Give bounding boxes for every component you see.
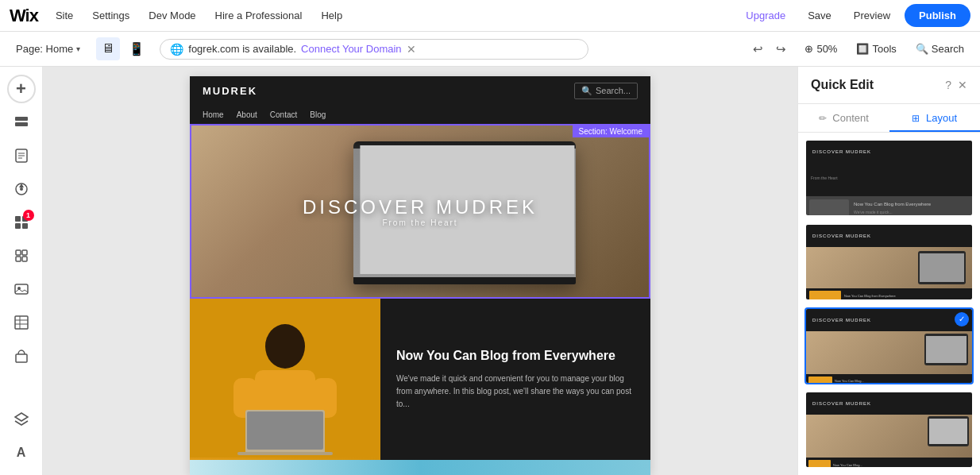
chevron-down-icon: ▾	[76, 44, 80, 53]
layout-icon: ⊞	[912, 113, 920, 124]
svg-rect-31	[237, 452, 333, 455]
nav-help[interactable]: Help	[313, 5, 350, 26]
tools-button[interactable]: 🔲 Tools	[850, 39, 902, 59]
zoom-control[interactable]: ⊕ 50%	[798, 39, 843, 59]
nav-dev-mode[interactable]: Dev Mode	[141, 5, 203, 26]
url-bar: 🌐 fogrek.com is available. Connect Your …	[160, 39, 588, 60]
page-selector[interactable]: Page: Home ▾	[10, 39, 87, 59]
svg-marker-23	[15, 413, 28, 421]
preview-nav-about[interactable]: About	[237, 110, 257, 119]
svg-rect-14	[16, 257, 21, 261]
tab-layout-label: Layout	[926, 112, 957, 124]
upgrade-button[interactable]: Upgrade	[738, 5, 793, 26]
svg-point-25	[265, 324, 305, 369]
svg-rect-1	[15, 122, 28, 126]
preview-nav-home[interactable]: Home	[203, 110, 224, 119]
sidebar-pages-icon[interactable]	[6, 141, 37, 170]
hero-title: DISCOVER MUDREK	[303, 196, 538, 218]
thumbnails-list: DISCOVER MUDREK From the Heart Now You C…	[798, 133, 980, 475]
left-sidebar: + 1	[0, 67, 43, 475]
panel-header: Quick Edit ? ✕	[798, 67, 980, 104]
redo-button[interactable]: ↪	[770, 38, 792, 60]
publish-button[interactable]: Publish	[905, 4, 970, 27]
zoom-icon: ⊕	[804, 43, 813, 55]
connect-domain-link[interactable]: Connect Your Domain	[301, 43, 401, 55]
bottom-strip	[190, 460, 650, 475]
nav-settings[interactable]: Settings	[84, 5, 137, 26]
undo-button[interactable]: ↩	[747, 38, 769, 60]
layout-thumbnail-3[interactable]: ✓ DISCOVER MUDREK Now You Can Blog...	[804, 307, 974, 385]
preview-nav-blog[interactable]: Blog	[310, 110, 326, 119]
device-icons: 🖥 📱	[96, 37, 150, 60]
panel-actions: ? ✕	[945, 79, 967, 91]
sidebar-add-icon[interactable]: +	[7, 75, 36, 103]
blog-content: Now You Can Blog from Everywhere We've m…	[380, 299, 650, 460]
section-label: Section: Welcome	[573, 126, 649, 137]
close-icon[interactable]: ✕	[958, 79, 967, 91]
preview-header: MUDREK 🔍 Search...	[190, 76, 650, 105]
sidebar-sections-icon[interactable]	[6, 108, 37, 137]
website-preview: MUDREK 🔍 Search... Home About Contact Bl…	[190, 76, 650, 475]
top-nav: Wix Site Settings Dev Mode Hire a Profes…	[0, 0, 980, 32]
panel-title: Quick Edit	[811, 78, 874, 92]
layout-thumbnail-2[interactable]: DISCOVER MUDREK Now You Can Blog from Ev…	[804, 223, 974, 301]
save-button[interactable]: Save	[800, 5, 839, 26]
svg-point-7	[20, 187, 23, 191]
tools-icon: 🔲	[856, 43, 869, 55]
preview-search-text: Search...	[596, 86, 631, 95]
svg-rect-8	[15, 216, 21, 222]
sidebar-layers-icon[interactable]	[6, 405, 37, 434]
svg-rect-18	[15, 316, 28, 329]
help-icon[interactable]: ?	[945, 79, 951, 91]
svg-rect-10	[15, 223, 21, 229]
blog-text: We've made it quick and convenient for y…	[396, 373, 635, 411]
preview-nav-contact[interactable]: Contact	[270, 110, 297, 119]
layout-thumbnail-1[interactable]: DISCOVER MUDREK From the Heart Now You C…	[804, 139, 974, 217]
svg-rect-13	[22, 250, 27, 255]
quick-edit-panel: Quick Edit ? ✕ ✏ Content ⊞ Layout	[797, 67, 980, 475]
search-icon: 🔍	[581, 86, 592, 96]
hero-overlay: DISCOVER MUDREK From the Heart	[191, 126, 649, 297]
sidebar-store-icon[interactable]	[6, 342, 37, 370]
desktop-view-button[interactable]: 🖥	[96, 37, 120, 60]
svg-rect-22	[16, 354, 27, 362]
sidebar-database-icon[interactable]	[6, 308, 37, 337]
blog-title: Now You Can Blog from Everywhere	[396, 348, 635, 365]
url-close-icon[interactable]: ✕	[407, 43, 416, 56]
selected-check-icon: ✓	[955, 312, 969, 326]
wix-logo: Wix	[10, 6, 38, 26]
tools-label: Tools	[872, 43, 896, 55]
svg-rect-11	[22, 223, 28, 229]
search-icon: 🔍	[916, 43, 928, 55]
second-toolbar: Page: Home ▾ 🖥 📱 🌐 fogrek.com is availab…	[0, 32, 980, 67]
hero-section: Section: Welcome DISCOVER MUDREK From th…	[190, 124, 650, 299]
nav-site[interactable]: Site	[48, 5, 81, 26]
sidebar-plugins-icon[interactable]	[6, 241, 37, 270]
tab-layout[interactable]: ⊞ Layout	[889, 104, 981, 132]
sidebar-apps-icon[interactable]: 1	[6, 208, 37, 237]
tab-content[interactable]: ✏ Content	[798, 104, 889, 132]
blog-section: Now You Can Blog from Everywhere We've m…	[190, 299, 650, 460]
preview-button[interactable]: Preview	[846, 5, 898, 26]
search-button[interactable]: 🔍 Search	[909, 39, 970, 59]
svg-rect-30	[247, 411, 323, 450]
svg-rect-0	[15, 117, 28, 121]
hero-subtitle: From the Heart	[382, 218, 457, 227]
panel-tabs: ✏ Content ⊞ Layout	[798, 104, 980, 133]
main-area: + 1	[0, 67, 980, 475]
tab-content-label: Content	[832, 112, 869, 124]
zoom-level: 50%	[816, 43, 837, 55]
layout-thumbnail-4[interactable]: DISCOVER MUDREK Now You Can Blog...	[804, 391, 974, 469]
preview-logo: MUDREK	[203, 85, 257, 97]
sidebar-design-icon[interactable]	[6, 175, 37, 203]
page-label: Page: Home	[16, 43, 73, 55]
preview-nav: Home About Contact Blog	[190, 105, 650, 124]
svg-rect-15	[22, 257, 27, 261]
sidebar-text-icon[interactable]: A	[6, 438, 37, 467]
nav-hire[interactable]: Hire a Professional	[207, 5, 311, 26]
search-label: Search	[932, 43, 964, 55]
sidebar-media-icon[interactable]	[6, 275, 37, 303]
mobile-view-button[interactable]: 📱	[123, 37, 150, 60]
blog-image	[190, 299, 380, 460]
svg-rect-16	[15, 284, 28, 294]
